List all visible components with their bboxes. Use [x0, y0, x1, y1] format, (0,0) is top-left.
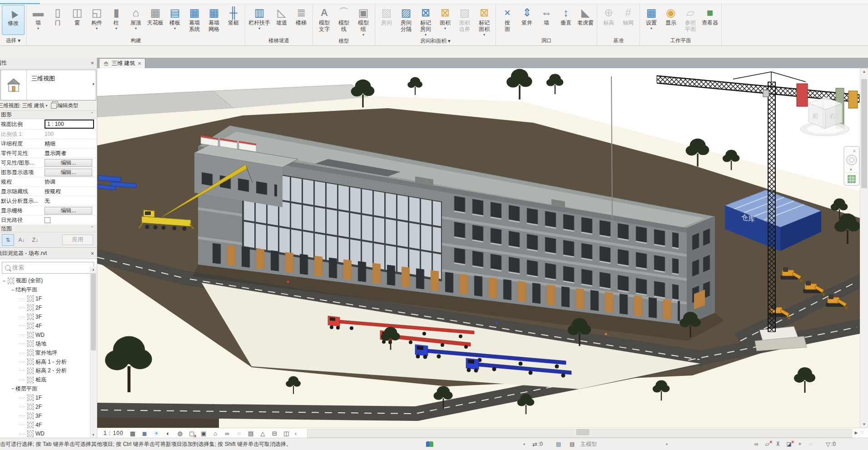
ribbon-button[interactable]: ◣ 老虎窗 [576, 5, 595, 27]
design-options-dropdown-icon[interactable]: ▾ [666, 438, 668, 450]
sort-menu-icon[interactable]: ⇅ [2, 234, 14, 246]
tree-item[interactable]: 4F [0, 321, 97, 330]
ribbon-button[interactable]: ▬ 墙 [29, 5, 48, 31]
tree-item[interactable]: 1F [0, 393, 97, 402]
sun-path-icon[interactable]: ☀ [152, 429, 161, 438]
tree-item[interactable]: 场地 [0, 340, 97, 349]
tree-expander-icon[interactable]: − [1, 278, 7, 284]
ribbon-button[interactable]: ▮ 柱 [107, 5, 126, 31]
active-design-option[interactable]: 主模型 [580, 438, 597, 450]
ribbon-button[interactable]: ▯ 门 [48, 5, 67, 27]
selection-cycle-icon[interactable]: ○ [807, 440, 815, 448]
edit-type-button[interactable]: 编辑类型 [58, 102, 79, 109]
ribbon-button[interactable]: ↕ 垂直 [556, 5, 575, 27]
reveal-constraints-icon[interactable]: ⊟ [270, 429, 279, 438]
visual-style-icon[interactable]: ◼ [140, 429, 149, 438]
property-value[interactable]: 编辑... [45, 169, 92, 176]
tree-item[interactable]: 3F [0, 411, 97, 420]
tree-item[interactable]: 3F [0, 312, 97, 321]
tree-item[interactable]: − 结构平面 [0, 285, 97, 295]
type-selector-dropdown-icon[interactable]: ▾ [92, 82, 94, 86]
tree-scrollbar[interactable]: ▲ ▼ [90, 267, 96, 438]
property-value[interactable] [45, 217, 97, 223]
scroll-right-icon[interactable]: ▶ [853, 429, 860, 437]
ribbon-button[interactable]: ⊕ 标高 [599, 5, 618, 27]
ribbon-button[interactable]: ▦ 幕墙 网格 [204, 5, 223, 33]
property-value[interactable]: 精细 [45, 140, 97, 148]
navigation-bar[interactable]: × ▾ [844, 146, 859, 185]
worksets-dropdown-icon[interactable]: ▾ [523, 438, 525, 450]
tree-item[interactable]: 4F [0, 420, 97, 430]
filter-button[interactable]: ▽ :0 [826, 438, 836, 450]
ribbon-button[interactable]: ▦ 幕墙 系统 [185, 5, 204, 33]
ribbon-button[interactable]: ╫ 竖梃 [224, 5, 243, 27]
navbar-dropdown-icon[interactable]: ▾ [850, 167, 852, 172]
ribbon-button[interactable]: ▨ 面积 边界 [455, 5, 474, 33]
type-selector[interactable]: 三维视图 ▾ [0, 70, 96, 100]
view-tab[interactable]: 三维 建筑 × [99, 58, 145, 68]
property-value[interactable]: 100 [45, 131, 97, 137]
crop-view-icon[interactable]: ▢ [188, 429, 196, 438]
tree-item[interactable]: 标高 2 - 分析 [0, 366, 97, 375]
ribbon-button[interactable]: ▨ 房间 [377, 5, 396, 27]
ribbon-button[interactable]: ⊠ 标记 面积 [475, 5, 494, 37]
tree-item[interactable]: − 视图 (全部) [0, 276, 97, 285]
collapse-icon[interactable]: ‹ [295, 430, 297, 437]
tree-item[interactable]: − 楼层平面 [0, 385, 97, 394]
tree-expander-icon[interactable]: − [10, 385, 15, 392]
view-tab-close-icon[interactable]: × [138, 60, 141, 67]
scroll-up-icon[interactable]: ▲ [860, 68, 868, 75]
sort-ascending-icon[interactable]: A↓ [15, 234, 28, 246]
view-scale-button[interactable]: 1 : 100 [104, 430, 124, 436]
vertical-scrollbar[interactable]: ▲ ▼ [860, 68, 868, 428]
tree-item[interactable]: 2F [0, 303, 97, 312]
ribbon-button[interactable]: # 轴网 [619, 5, 638, 27]
ribbon-button[interactable]: ≣ 楼梯 [292, 5, 311, 27]
resize-grip[interactable]: ∷ [861, 430, 867, 436]
ribbon-button[interactable]: ◫ 窗 [68, 5, 87, 27]
ribbon-button[interactable]: ◺ 坡道 [272, 5, 291, 27]
scrollbar-thumb[interactable] [91, 273, 96, 350]
tree-item[interactable]: WD [0, 430, 97, 438]
scroll-up-icon[interactable]: ▲ [90, 267, 96, 272]
panel-label-room-area[interactable]: 房间和面积 ▾ [377, 37, 494, 46]
tree-item[interactable]: WD [0, 330, 97, 340]
ribbon-button[interactable]: ▲ 修改 [2, 5, 25, 35]
ribbon-button[interactable]: ▦ 设置 [642, 5, 661, 31]
ribbon-button[interactable]: A 模型 文字 [315, 5, 334, 33]
tree-item[interactable]: 桩底 [0, 375, 97, 385]
ribbon-button[interactable]: ⊠ 标记 房间 [416, 5, 435, 37]
ribbon-button[interactable]: ⌂ 屋顶 [126, 5, 145, 31]
sort-descending-icon[interactable]: Z↓ [29, 234, 41, 246]
navbar-close-icon[interactable]: × [853, 149, 856, 154]
ribbon-button[interactable]: ⌒ 模型 线 [334, 5, 353, 33]
property-value[interactable]: 无 [45, 197, 97, 205]
search-input[interactable]: 搜索 [2, 262, 94, 274]
property-value[interactable]: 编辑... [45, 207, 92, 215]
select-elements-by-face-toggle[interactable]: ◪ [785, 440, 793, 448]
panel-label-select[interactable]: 选择 ▾ [2, 37, 25, 45]
displacement-sets-icon[interactable]: ◫ [282, 429, 291, 438]
scrollbar-thumb[interactable] [861, 79, 867, 188]
crop-region-icon[interactable]: ▣ [199, 429, 208, 438]
property-value[interactable]: 1 : 100 [45, 120, 94, 129]
design-options-icon[interactable]: ▤ [570, 438, 575, 450]
ribbon-button[interactable]: ▤ 楼板 [165, 5, 184, 31]
ribbon-button[interactable]: ◱ 构件 [87, 5, 106, 31]
horizontal-scrollbar-thumb[interactable] [576, 429, 589, 435]
tree-item[interactable]: 1F [0, 295, 97, 304]
apply-button[interactable]: 应用 [62, 235, 93, 245]
tree-item[interactable]: 标高 1 - 分析 [0, 357, 97, 366]
select-links-toggle[interactable]: ∞ [752, 440, 760, 448]
ribbon-button[interactable]: ▨ 房间 分隔 [397, 5, 416, 33]
unlocked-3d-view-icon[interactable]: ⌂ [211, 429, 220, 438]
temporary-hide-isolate-icon[interactable]: ○ [235, 429, 243, 438]
property-value[interactable]: 按规程 [45, 188, 97, 195]
render-dialog-icon[interactable]: ◍ [176, 429, 184, 438]
tree-item[interactable]: 室外地坪 [0, 348, 97, 357]
properties-palette-header[interactable]: 属性 × [0, 58, 97, 69]
properties-close-icon[interactable]: × [90, 60, 94, 66]
instance-selector[interactable]: 三维视图: 三维 建筑 [0, 102, 45, 109]
worksets-icon[interactable]: ▤ [556, 438, 561, 450]
select-underlay-elements-toggle[interactable]: ▱ [763, 440, 771, 448]
